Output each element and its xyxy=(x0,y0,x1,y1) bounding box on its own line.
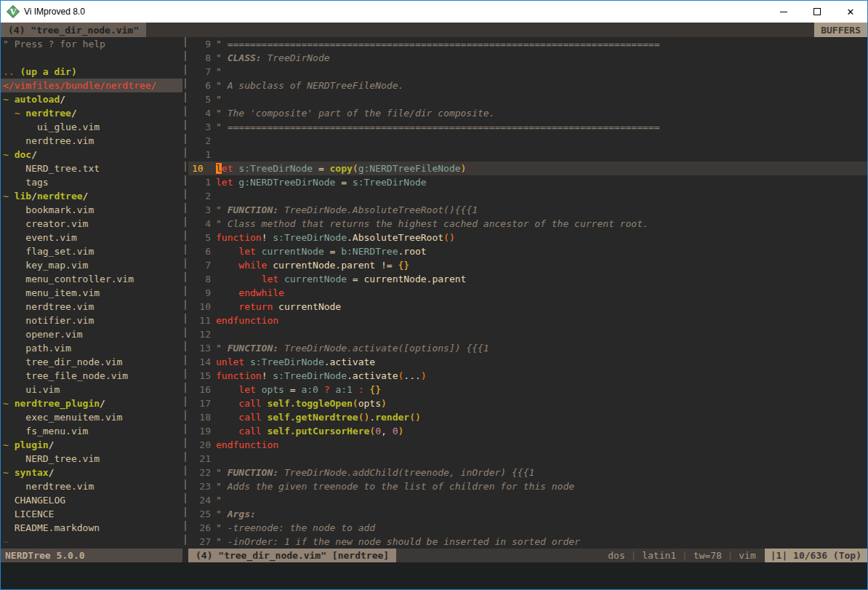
code-line[interactable]: 6" A subclass of NERDTreeFileNode. xyxy=(188,79,867,92)
code-token xyxy=(3,108,15,119)
tree-item[interactable]: event.vim xyxy=(3,231,182,244)
tree-root-item[interactable]: </vimfiles/bundle/nerdtree/ xyxy=(1,79,182,92)
tree-item[interactable]: ~ autoload/ xyxy=(3,92,182,106)
code-token: ~ xyxy=(3,398,15,409)
tree-item[interactable]: ui.vim xyxy=(3,383,182,396)
code-line[interactable]: 2 xyxy=(188,189,867,203)
tree-item[interactable]: nerdtree.vim xyxy=(3,134,182,148)
buffer-tab[interactable]: (4) "tree_dir_node.vim" xyxy=(1,23,146,37)
tree-item[interactable]: NERD_tree.vim xyxy=(3,452,182,466)
tree-item[interactable]: NERD_tree.txt xyxy=(3,162,182,175)
code-line[interactable]: 1 xyxy=(188,148,867,162)
tree-item[interactable]: tree_dir_node.vim xyxy=(3,355,182,369)
code-token: .AbsoluteTreeRoot xyxy=(347,232,443,243)
tree-item[interactable]: README.markdown xyxy=(3,521,182,535)
code-line[interactable]: 17 call self.toggleOpen(opts) xyxy=(188,396,867,410)
tree-item[interactable]: path.vim xyxy=(3,341,182,355)
tree-item[interactable]: fs_menu.vim xyxy=(3,424,182,438)
tree-item[interactable]: bookmark.vim xyxy=(3,203,182,217)
code-line[interactable]: 26" -treenode: the node to add xyxy=(188,521,867,535)
code-line[interactable]: 10let s:TreeDirNode = copy(g:NERDTreeFil… xyxy=(188,162,867,175)
tree-item[interactable]: menu_controller.vim xyxy=(3,272,182,286)
code-line[interactable]: 4" The 'composite' part of the file/dir … xyxy=(188,106,867,120)
code-line[interactable]: 4" Class method that returns the highest… xyxy=(188,217,867,231)
code-token: : xyxy=(358,384,364,395)
code-line[interactable]: 8 let currentNode = currentNode.parent xyxy=(188,272,867,286)
line-number: 15 xyxy=(188,369,216,383)
code-line[interactable]: 16 let opts = a:0 ? a:1 : {} xyxy=(188,383,867,396)
tree-item[interactable]: opener.vim xyxy=(3,327,182,341)
code-text xyxy=(216,189,867,203)
tree-item[interactable]: ~ xyxy=(3,535,182,549)
tree-item[interactable]: ui_glue.vim xyxy=(3,120,182,134)
code-token: / xyxy=(83,191,89,202)
tree-item[interactable]: tags xyxy=(3,175,182,189)
line-number: 16 xyxy=(188,383,216,396)
code-line[interactable]: 1let g:NERDTreeDirNode = s:TreeDirNode xyxy=(188,175,867,189)
code-line[interactable]: 27" -inOrder: 1 if the new node should b… xyxy=(188,535,867,549)
code-token xyxy=(216,384,238,395)
code-line[interactable]: 13" FUNCTION: TreeDirNode.activate([opti… xyxy=(188,341,867,355)
code-line[interactable]: 11endfunction xyxy=(188,314,867,327)
tree-item[interactable]: ~ nerdtree_plugin/ xyxy=(3,396,182,410)
tree-item[interactable]: .. (up a dir) xyxy=(3,65,182,79)
close-button[interactable]: ✕ xyxy=(834,1,867,23)
code-line[interactable]: 15function! s:TreeDirNode.activate(...) xyxy=(188,369,867,383)
code-line[interactable]: 12 xyxy=(188,327,867,341)
code-token: ~ xyxy=(3,536,9,547)
code-token: () xyxy=(358,412,370,423)
code-line[interactable]: 3" FUNCTION: TreeDirNode.AbsoluteTreeRoo… xyxy=(188,203,867,217)
code-line[interactable]: 7 while currentNode.parent != {} xyxy=(188,258,867,272)
code-line[interactable]: 14unlet s:TreeDirNode.activate xyxy=(188,355,867,369)
code-line[interactable]: 8" CLASS: TreeDirNode xyxy=(188,51,867,65)
tree-item[interactable]: notifier.vim xyxy=(3,314,182,327)
tree-item[interactable]: ~ syntax/ xyxy=(3,466,182,479)
code-line[interactable]: 21 xyxy=(188,452,867,466)
code-line[interactable]: 22" FUNCTION: TreeDirNode.addChild(treen… xyxy=(188,466,867,479)
code-token: ui_glue.vim xyxy=(3,121,100,132)
code-token: = currentNode.parent xyxy=(347,274,466,284)
code-token: event.vim xyxy=(3,232,77,243)
tree-item[interactable]: ~ lib/nerdtree/ xyxy=(3,189,182,203)
code-token: " xyxy=(216,66,222,77)
tree-item[interactable]: exec_menuitem.vim xyxy=(3,410,182,424)
minimize-button[interactable] xyxy=(767,1,800,23)
code-line[interactable]: 2 xyxy=(188,134,867,148)
code-line[interactable]: 23" Adds the given treenode to the list … xyxy=(188,479,867,493)
code-line[interactable]: 7" xyxy=(188,65,867,79)
tree-item[interactable]: ~ nerdtree/ xyxy=(3,106,182,120)
tree-item[interactable]: key_map.vim xyxy=(3,258,182,272)
code-line[interactable]: 20endfunction xyxy=(188,438,867,452)
tree-item[interactable]: tree_file_node.vim xyxy=(3,369,182,383)
tree-item[interactable]: LICENCE xyxy=(3,507,182,521)
code-line[interactable]: 9" =====================================… xyxy=(188,37,867,51)
tree-item[interactable]: nerdtree.vim xyxy=(3,479,182,493)
code-token: fs_menu.vim xyxy=(3,426,88,436)
tree-item[interactable]: ~ plugin/ xyxy=(3,438,182,452)
line-number: 8 xyxy=(188,51,216,65)
code-token: Args: xyxy=(228,509,256,519)
code-line[interactable]: 19 call self.putCursorHere(0, 0) xyxy=(188,424,867,438)
tree-item[interactable]: flag_set.vim xyxy=(3,244,182,258)
code-line[interactable]: 3" =====================================… xyxy=(188,120,867,134)
code-line[interactable]: 5function! s:TreeDirNode.AbsoluteTreeRoo… xyxy=(188,231,867,244)
code-token: menu_controller.vim xyxy=(3,274,134,284)
tree-item[interactable]: nerdtree.vim xyxy=(3,300,182,314)
maximize-button[interactable] xyxy=(800,1,834,23)
code-line[interactable]: 24" xyxy=(188,493,867,507)
tree-item[interactable]: menu_item.vim xyxy=(3,286,182,300)
code-line[interactable]: 18 call self.getNerdtree().render() xyxy=(188,410,867,424)
code-token: currentNode.parent != xyxy=(267,260,398,271)
tree-item[interactable]: ~ doc/ xyxy=(3,148,182,162)
code-text: unlet s:TreeDirNode.activate xyxy=(216,355,867,369)
code-line[interactable]: 9 endwhile xyxy=(188,286,867,300)
code-line[interactable]: 5" xyxy=(188,92,867,106)
code-token: ) xyxy=(381,398,387,409)
code-line[interactable]: 6 let currentNode = b:NERDTree.root xyxy=(188,244,867,258)
tree-item[interactable]: CHANGELOG xyxy=(3,493,182,507)
tree-item[interactable]: " Press ? for help xyxy=(3,37,182,51)
code-line[interactable]: 25" Args: xyxy=(188,507,867,521)
window-separator[interactable] xyxy=(182,37,188,549)
code-line[interactable]: 10 return currentNode xyxy=(188,300,867,314)
tree-item[interactable]: creator.vim xyxy=(3,217,182,231)
